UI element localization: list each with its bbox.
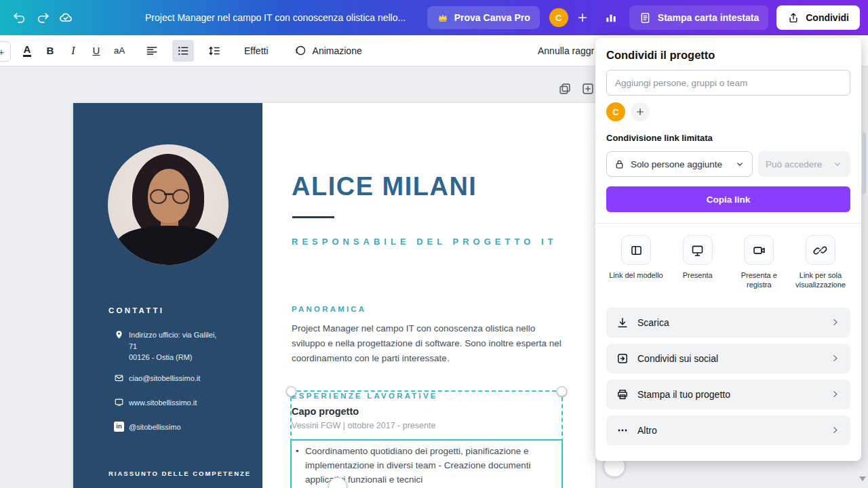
contact-item-website[interactable]: www.sitobellissimo.it	[114, 397, 250, 409]
add-member-button-panel[interactable]	[631, 102, 650, 121]
present-record-button[interactable]	[744, 235, 774, 265]
quick-action-label: Link del modello	[609, 270, 663, 280]
document-title[interactable]: Project Manager nel campo IT con conosce…	[145, 12, 406, 23]
bullet-list-button[interactable]	[172, 40, 194, 62]
permission-dropdown: Può accedere	[758, 151, 850, 177]
overview-text[interactable]: Project Manager nel campo IT con conosce…	[292, 321, 563, 366]
resume-sidebar[interactable]: CONTATTI Indirizzo ufficio: via Galilei,…	[73, 103, 262, 488]
permission-value: Può accedere	[766, 159, 827, 169]
chevron-right-icon	[829, 352, 841, 364]
more-dots-icon	[616, 424, 629, 437]
job-title[interactable]: Capo progetto	[292, 406, 359, 417]
ungroup-button[interactable]: Annulla raggr	[538, 35, 594, 66]
print-letterhead-button[interactable]: Stampa carta intestata	[629, 5, 768, 30]
social-icon	[616, 352, 629, 365]
chevron-right-icon	[829, 424, 841, 436]
experience-heading[interactable]: ESPERIENZE LAVORATIVE	[292, 392, 438, 400]
invite-member-button[interactable]	[571, 6, 594, 29]
bar-chart-icon	[604, 11, 618, 24]
menu-item-download[interactable]: Scarica	[606, 308, 850, 338]
scrollbar-down-arrow[interactable]	[859, 476, 866, 481]
link-settings-row: Solo persone aggiunte Può accedere	[606, 151, 850, 177]
selection-handle-top-right[interactable]	[557, 386, 567, 396]
photo-glasses-shape	[150, 189, 167, 204]
profile-photo[interactable]	[108, 144, 229, 265]
try-pro-button[interactable]: Prova Canva Pro	[427, 6, 540, 29]
undo-button[interactable]	[8, 6, 31, 29]
contact-item-email[interactable]: ciao@sitobellissimo.it	[114, 373, 250, 384]
add-page-button[interactable]	[579, 80, 597, 98]
line-spacing-button[interactable]	[203, 40, 225, 62]
present-icon	[690, 243, 705, 258]
account-avatar[interactable]: C	[549, 8, 568, 27]
job-meta[interactable]: Vessini FGW | ottobre 2017 - presente	[292, 421, 435, 430]
chevron-right-icon	[829, 317, 841, 328]
font-color-label: A	[23, 44, 32, 57]
top-bar: Project Manager nel campo IT con conosce…	[0, 0, 868, 35]
share-invite-input[interactable]	[606, 70, 850, 96]
crown-icon	[437, 12, 449, 24]
alignment-button[interactable]	[141, 40, 163, 62]
resume-role[interactable]: RESPONSABILE DEL PROGETTO IT	[292, 237, 557, 247]
menu-item-label: Altro	[637, 425, 657, 436]
bold-button[interactable]: B	[39, 40, 61, 62]
quick-action-label: Presenta e registra	[729, 270, 789, 290]
contacts-heading[interactable]: CONTATTI	[108, 306, 164, 314]
name-underline	[292, 216, 334, 218]
vertical-scrollbar-thumb[interactable]	[862, 133, 866, 194]
effects-button[interactable]: Effetti	[237, 40, 275, 62]
resume-name[interactable]: ALICE MILANI	[292, 172, 477, 201]
photo-glasses-shape	[172, 189, 189, 204]
add-page-icon	[580, 81, 595, 96]
contact-item-linkedin[interactable]: in @sitobellissimo	[114, 422, 250, 433]
font-color-button[interactable]: A	[16, 40, 38, 62]
linkedin-icon: in	[114, 422, 124, 432]
resume-page[interactable]: CONTATTI Indirizzo ufficio: via Galilei,…	[73, 103, 595, 488]
access-scope-dropdown[interactable]: Solo persone aggiunte	[606, 151, 753, 177]
letterhead-document-icon	[639, 12, 652, 24]
quick-action-template-link[interactable]: Link del modello	[606, 235, 666, 290]
menu-item-print[interactable]: Stampa il tuo progetto	[606, 380, 850, 409]
present-button[interactable]	[683, 235, 713, 265]
overview-heading[interactable]: PANORAMICA	[292, 305, 366, 313]
member-avatar[interactable]: C	[606, 102, 625, 121]
location-pin-icon	[114, 329, 124, 340]
redo-button[interactable]	[31, 6, 54, 29]
contact-item-address[interactable]: Indirizzo ufficio: via Galilei, 71 00126…	[114, 329, 250, 363]
quick-action-present-record[interactable]: Presenta e registra	[729, 235, 789, 290]
skills-summary-heading[interactable]: RIASSUNTO DELLE COMPETENZE	[108, 470, 251, 477]
print-letterhead-label: Stampa carta intestata	[658, 12, 759, 23]
animation-button[interactable]: Animazione	[288, 40, 369, 62]
line-spacing-icon	[208, 44, 221, 58]
lock-icon	[614, 159, 625, 170]
duplicate-page-button[interactable]	[556, 80, 574, 98]
menu-item-more[interactable]: Altro	[606, 415, 850, 445]
share-button-label: Condividi	[806, 12, 849, 23]
menu-item-social[interactable]: Condividi sui social	[606, 344, 850, 373]
share-menu: Scarica Condividi sui social Stampa il t…	[606, 308, 850, 445]
selection-handle-top-left[interactable]	[286, 386, 296, 396]
underline-label: U	[93, 45, 100, 56]
quick-action-present[interactable]: Presenta	[668, 235, 728, 290]
quick-action-label: Presenta	[683, 270, 713, 280]
page-actions	[556, 80, 597, 98]
view-only-link-icon	[813, 243, 827, 258]
contact-website-text: www.sitobellissimo.it	[129, 397, 250, 409]
duplicate-page-icon	[557, 81, 572, 96]
cloud-saved-button[interactable]	[54, 6, 77, 29]
quick-action-view-only-link[interactable]: Link per sola visualizzazione	[791, 235, 850, 290]
template-link-button[interactable]	[621, 235, 651, 265]
undo-icon	[12, 10, 27, 25]
contact-linkedin-text: @sitobellissimo	[129, 422, 250, 433]
copy-link-button[interactable]: Copia link	[606, 186, 850, 212]
download-icon	[616, 316, 629, 329]
insights-button[interactable]	[599, 6, 623, 29]
envelope-icon	[114, 373, 124, 383]
view-only-link-button[interactable]	[806, 235, 835, 265]
text-case-button[interactable]: aA	[108, 40, 130, 62]
plus-icon	[635, 106, 646, 117]
underline-button[interactable]: U	[85, 40, 107, 62]
italic-button[interactable]: I	[62, 40, 84, 62]
share-button[interactable]: Condividi	[776, 5, 860, 30]
toolbar-overflow-button[interactable]: +	[0, 41, 11, 62]
